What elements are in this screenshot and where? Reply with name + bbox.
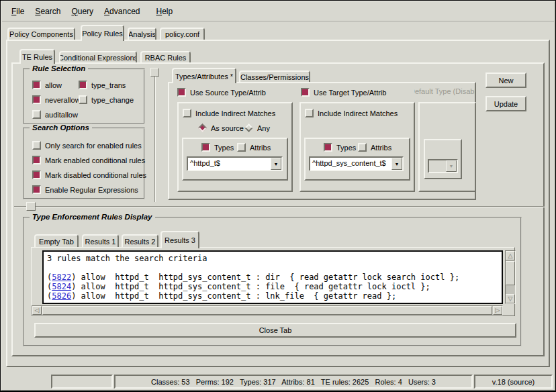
menu-separator [2,21,554,22]
default-type-combobox: ▼ [428,159,458,173]
policy-version: v.18 (source) [492,378,535,386]
rules-display-title: Type Enforcement Rules Display [30,213,155,221]
checkbox-indicator [301,88,310,97]
menu-query[interactable]: Query [68,5,97,18]
checkbox-indicator [32,81,41,89]
radio-as-source[interactable]: As source [198,123,244,133]
checkbox-source-types[interactable]: Types [201,142,234,152]
checkbox-indicator [324,143,332,152]
tab-empty[interactable]: Empty Tab [34,234,79,247]
checkbox-indicator [32,156,41,164]
status-box-version: v.18 (source) [474,375,553,389]
results-text: 3 rules match the search criteria (5822)… [44,252,502,303]
policy-stats: Classes: 53 Perms: 192 Types: 317 Attrib… [151,378,436,386]
menu-advanced[interactable]: Advanced [101,5,143,18]
checkbox-type-change[interactable]: type_change [79,95,134,105]
checkbox-indicator [32,170,41,179]
tab-policy-rules[interactable]: Policy Rules [81,25,124,41]
source-type-combobox[interactable]: ^httpd_t$ ▼ [187,156,283,171]
default-type-value [429,160,446,172]
checkbox-indicator [79,81,87,89]
menu-bar: File Search Query Advanced Help [2,2,554,21]
menu-help[interactable]: Help [152,5,176,18]
dropdown-arrow-icon[interactable]: ▼ [391,158,402,170]
rule-id-link[interactable]: 5824 [52,282,71,291]
checkbox-allow[interactable]: allow [32,80,62,90]
vscroll-thumb[interactable] [506,261,515,285]
checkbox-indicator [305,109,314,117]
menu-search[interactable]: Search [32,5,64,18]
dropdown-arrow-icon[interactable]: ▼ [271,158,281,170]
checkbox-neverallow[interactable]: neverallow [32,95,81,105]
results-textarea[interactable]: 3 rules match the search criteria (5822)… [42,250,503,304]
scroll-up-icon[interactable]: △ [506,251,515,260]
checkbox-source-indirect[interactable]: Include Indirect Matches [183,108,275,118]
checkbox-auditallow[interactable]: auditallow [32,109,78,119]
status-box-stats: Classes: 53 Perms: 192 Types: 317 Attrib… [114,375,473,389]
checkbox-indicator [79,95,87,104]
tab-rbac-rules[interactable]: RBAC Rules [140,51,191,62]
results-vscrollbar[interactable]: △ ▽ [505,250,516,304]
vertical-sash-handle[interactable] [150,68,159,77]
target-type-combobox[interactable]: ^httpd_sys_content_t$ ▼ [309,156,404,171]
checkbox-indicator [177,88,186,97]
checkbox-only-enabled[interactable]: Only search for enabled rules [32,140,142,150]
tab-results-2[interactable]: Results 2 [122,234,158,247]
checkbox-indicator [32,95,41,104]
tab-types-attributes[interactable]: Types/Attributes * [172,68,236,83]
checkbox-mark-enabled[interactable]: Mark enabled conditional rules [32,155,145,165]
radio-indicator [198,124,207,132]
dropdown-arrow-icon: ▼ [446,160,457,172]
search-options-title: Search Options [30,124,92,132]
rule-id-link[interactable]: 5822 [52,273,71,282]
rule-id-link[interactable]: 5826 [52,291,71,301]
default-type-label: Default Type (Disabled [414,87,475,97]
scroll-left-icon[interactable]: ◁ [32,306,42,315]
tab-results-3[interactable]: Results 3 [160,231,199,248]
hscroll-thumb[interactable] [42,306,492,315]
new-button[interactable]: New [485,72,526,88]
vertical-sash [154,68,156,202]
tab-analysis[interactable]: Analysis [128,28,156,40]
checkbox-target-types[interactable]: Types [324,142,356,152]
results-hscrollbar[interactable]: ◁ ▷ [32,305,503,315]
tab-conditional-expressions[interactable]: Conditional Expressions [59,51,137,62]
update-button[interactable]: Update [485,96,526,111]
checkbox-indicator [32,185,41,194]
source-type-value[interactable]: ^httpd_t$ [188,158,271,170]
radio-indicator [244,124,253,132]
target-type-value[interactable]: ^httpd_sys_content_t$ [310,158,391,170]
checkbox-mark-disabled[interactable]: Mark disabled conditional rules [32,170,146,180]
checkbox-indicator [358,143,367,152]
checkbox-indicator [32,110,41,119]
menu-file[interactable]: File [8,5,28,18]
checkbox-target-indirect[interactable]: Include Indirect Matches [305,108,398,118]
checkbox-type-trans[interactable]: type_trans [79,80,126,90]
tab-policy-conf[interactable]: policy.conf [160,28,205,40]
checkbox-indicator [32,141,41,150]
radio-any[interactable]: Any [244,123,270,133]
checkbox-target-attribs[interactable]: Attribs [358,142,391,152]
apol-window: File Search Query Advanced Help Policy C… [0,0,556,392]
scroll-down-icon[interactable]: ▽ [506,294,515,303]
tab-classes-permissions[interactable]: Classes/Permissions [239,70,310,82]
checkbox-regex[interactable]: Enable Regular Expressions [32,185,138,195]
checkbox-indicator [183,109,191,117]
rule-selection-title: Rule Selection [30,64,88,72]
scroll-right-icon[interactable]: ▷ [493,306,502,315]
status-box-empty [51,375,113,389]
checkbox-use-target[interactable]: Use Target Type/Attrib [301,87,386,97]
checkbox-indicator [201,143,210,152]
horizontal-sash-handle[interactable] [26,202,36,211]
close-tab-button[interactable]: Close Tab [34,323,516,338]
tab-policy-components[interactable]: Policy Components [7,28,75,40]
tab-results-1[interactable]: Results 1 [82,234,119,247]
checkbox-indicator [237,143,246,152]
checkbox-use-source[interactable]: Use Source Type/Attrib [177,87,266,97]
horizontal-sash [14,206,545,207]
checkbox-source-attribs[interactable]: Attribs [237,142,271,152]
tab-te-rules[interactable]: TE Rules [19,49,55,64]
